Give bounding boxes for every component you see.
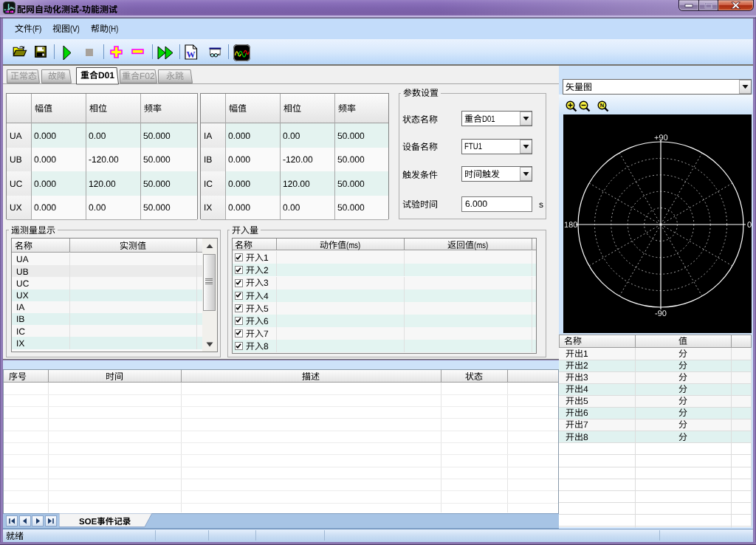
svg-text:N: N [600,102,604,109]
svg-text:W: W [187,49,196,60]
